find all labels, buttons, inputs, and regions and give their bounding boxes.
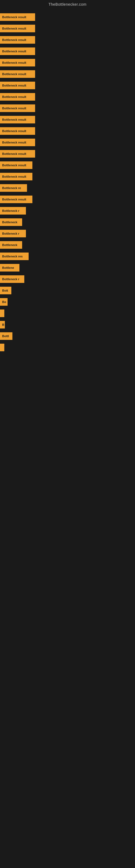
bar-row	[0, 365, 135, 376]
bar-label: Bottleneck result	[2, 129, 26, 133]
bottleneck-bar: Bottleneck r	[0, 230, 26, 237]
bar-label: Bottleneck result	[2, 118, 26, 121]
bar-label: Bottleneck result	[2, 152, 26, 155]
bar-row: Bottleneck result	[0, 68, 135, 80]
bottleneck-bar: Bottleneck	[0, 218, 22, 226]
bar-row: Bottleneck result	[0, 194, 135, 205]
bar-label: Bottleneck result	[2, 72, 26, 76]
bar-row: Bottleneck result	[0, 159, 135, 171]
bottleneck-bar: Bottleneck re	[0, 184, 27, 192]
bar-label: Bottleneck result	[2, 141, 26, 144]
bar-row: Bo	[0, 296, 135, 308]
bar-label: Bottleneck re	[2, 186, 21, 190]
bar-label: Bottleneck result	[2, 198, 26, 201]
bar-label: Bottleneck	[2, 220, 17, 224]
bottleneck-bar: B	[0, 321, 5, 329]
bar-row: Bottleneck result	[0, 102, 135, 114]
bars-container: Bottleneck resultBottleneck resultBottle…	[0, 9, 135, 447]
bottleneck-bar: Bottleneck result	[0, 150, 35, 158]
bar-row	[0, 388, 135, 399]
bar-row	[0, 422, 135, 433]
bar-row: B	[0, 319, 135, 330]
bar-row: Bottleneck result	[0, 45, 135, 57]
bottleneck-bar: Bottleneck result	[0, 173, 32, 180]
bar-label: Bottl	[2, 335, 9, 338]
bar-label: Bottleneck result	[2, 95, 26, 98]
bar-row: Bottleneck r	[0, 228, 135, 239]
bottleneck-bar: Bottleneck r	[0, 207, 26, 215]
bar-label: Bottleneck result	[2, 163, 26, 167]
bar-row: Bottleneck result	[0, 80, 135, 91]
bar-label: Bottleneck res	[2, 255, 23, 258]
bar-row: Bottleneck result	[0, 23, 135, 34]
bottleneck-bar: Bottleneck result	[0, 25, 35, 32]
bottleneck-bar: Bottleneck result	[0, 138, 35, 146]
bar-label: Bottleneck r	[2, 232, 19, 235]
bottleneck-bar: Bottleneck result	[0, 116, 35, 123]
bar-label: Bo	[2, 300, 6, 304]
bar-label: Bottleneck	[2, 243, 17, 247]
bottleneck-bar: Bo	[0, 298, 8, 306]
bar-label: Bottleneck result	[2, 106, 26, 110]
bar-label: Bottleneck r	[2, 278, 19, 281]
bottleneck-bar: Bottleneck result	[0, 161, 32, 169]
site-title-container: TheBottlenecker.com	[0, 0, 135, 9]
bar-row: Bott	[0, 285, 135, 296]
bottleneck-bar: Bottleneck	[0, 241, 22, 249]
bar-row: Bottleneck	[0, 239, 135, 251]
bar-row	[0, 410, 135, 422]
bottleneck-bar: Bottleneck result	[0, 93, 35, 101]
bar-label: Bottleneck result	[2, 61, 26, 64]
bar-label: Bottleneck result	[2, 84, 26, 87]
bar-row: Bottleneck result	[0, 137, 135, 148]
bar-row: Bottleneck result	[0, 11, 135, 23]
bar-row	[0, 308, 135, 319]
bar-row: Bottl	[0, 330, 135, 342]
bar-label: Bottleneck r	[2, 209, 19, 212]
site-title: TheBottlenecker.com	[0, 0, 135, 9]
bar-row: Bottleneck result	[0, 34, 135, 45]
bottleneck-bar	[0, 310, 4, 317]
bottleneck-bar: Bottleneck result	[0, 59, 35, 66]
bar-row	[0, 353, 135, 365]
bar-row	[0, 376, 135, 388]
bottleneck-bar: Bottleneck result	[0, 48, 35, 55]
bar-row: Bottleneck result	[0, 125, 135, 137]
bottleneck-bar: Bottleneck r	[0, 275, 24, 283]
bar-row: Bottleneck result	[0, 171, 135, 182]
bottleneck-bar: Bott	[0, 287, 11, 294]
bar-row	[0, 433, 135, 444]
bar-label: Bottleneck result	[2, 27, 26, 30]
bottleneck-bar: Bottleneck result	[0, 36, 35, 44]
bottleneck-bar: Bottleneck result	[0, 127, 35, 135]
bar-row: Bottleneck	[0, 216, 135, 228]
bottleneck-bar: Bottleneck result	[0, 13, 35, 21]
bar-label: Bottleneck result	[2, 175, 26, 178]
bottleneck-bar: Bottleneck result	[0, 70, 35, 78]
bar-row: Bottleneck r	[0, 205, 135, 216]
bottleneck-bar: Bottleneck result	[0, 82, 35, 89]
bar-row: Bottleneck result	[0, 148, 135, 159]
bar-row: Bottleneck result	[0, 57, 135, 68]
bar-label: Bottleneck result	[2, 38, 26, 41]
bar-row: Bottleneck result	[0, 114, 135, 125]
bottleneck-bar: Bottleneck result	[0, 195, 32, 203]
bottleneck-bar	[0, 344, 4, 351]
bottleneck-bar: Bottleneck result	[0, 104, 35, 112]
bar-row: Bottleneck re	[0, 182, 135, 194]
bar-label: B	[2, 323, 4, 326]
bottleneck-bar: Bottlene	[0, 264, 19, 272]
bar-label: Bottleneck result	[2, 16, 26, 19]
bar-row: Bottlene	[0, 262, 135, 273]
bar-row: Bottleneck res	[0, 251, 135, 262]
bar-label: Bottleneck result	[2, 50, 26, 53]
bar-row: Bottleneck result	[0, 91, 135, 102]
bar-row	[0, 342, 135, 353]
bottleneck-bar: Bottleneck res	[0, 252, 29, 260]
bar-row	[0, 399, 135, 410]
bar-label: Bott	[2, 289, 8, 292]
bar-row: Bottleneck r	[0, 273, 135, 285]
bar-label: Bottlene	[2, 266, 14, 269]
bottleneck-bar: Bottl	[0, 332, 12, 340]
